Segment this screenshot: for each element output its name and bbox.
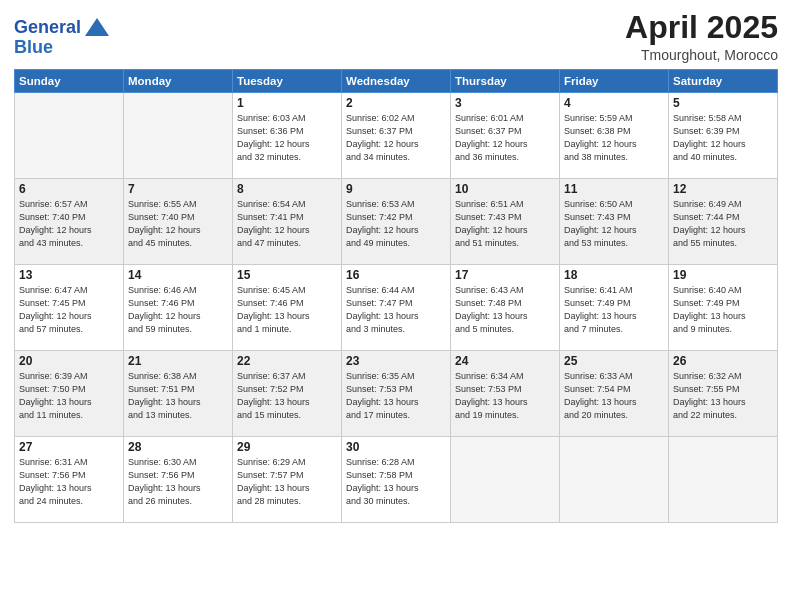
table-row <box>15 93 124 179</box>
day-number: 11 <box>564 182 664 196</box>
calendar-week-row: 13Sunrise: 6:47 AM Sunset: 7:45 PM Dayli… <box>15 265 778 351</box>
day-info: Sunrise: 6:35 AM Sunset: 7:53 PM Dayligh… <box>346 370 446 422</box>
day-number: 20 <box>19 354 119 368</box>
header: General Blue April 2025 Tmourghout, Moro… <box>14 10 778 63</box>
table-row: 6Sunrise: 6:57 AM Sunset: 7:40 PM Daylig… <box>15 179 124 265</box>
day-info: Sunrise: 6:02 AM Sunset: 6:37 PM Dayligh… <box>346 112 446 164</box>
day-number: 9 <box>346 182 446 196</box>
day-info: Sunrise: 6:53 AM Sunset: 7:42 PM Dayligh… <box>346 198 446 250</box>
table-row: 2Sunrise: 6:02 AM Sunset: 6:37 PM Daylig… <box>342 93 451 179</box>
col-thursday: Thursday <box>451 70 560 93</box>
table-row <box>124 93 233 179</box>
day-info: Sunrise: 6:29 AM Sunset: 7:57 PM Dayligh… <box>237 456 337 508</box>
day-number: 24 <box>455 354 555 368</box>
day-info: Sunrise: 6:41 AM Sunset: 7:49 PM Dayligh… <box>564 284 664 336</box>
day-number: 22 <box>237 354 337 368</box>
calendar-week-row: 1Sunrise: 6:03 AM Sunset: 6:36 PM Daylig… <box>15 93 778 179</box>
table-row <box>560 437 669 523</box>
table-row: 22Sunrise: 6:37 AM Sunset: 7:52 PM Dayli… <box>233 351 342 437</box>
day-info: Sunrise: 6:51 AM Sunset: 7:43 PM Dayligh… <box>455 198 555 250</box>
day-info: Sunrise: 6:45 AM Sunset: 7:46 PM Dayligh… <box>237 284 337 336</box>
day-number: 10 <box>455 182 555 196</box>
day-number: 27 <box>19 440 119 454</box>
day-info: Sunrise: 5:58 AM Sunset: 6:39 PM Dayligh… <box>673 112 773 164</box>
table-row: 21Sunrise: 6:38 AM Sunset: 7:51 PM Dayli… <box>124 351 233 437</box>
title-month: April 2025 <box>625 10 778 45</box>
day-info: Sunrise: 6:28 AM Sunset: 7:58 PM Dayligh… <box>346 456 446 508</box>
day-number: 3 <box>455 96 555 110</box>
day-number: 18 <box>564 268 664 282</box>
table-row: 7Sunrise: 6:55 AM Sunset: 7:40 PM Daylig… <box>124 179 233 265</box>
table-row: 15Sunrise: 6:45 AM Sunset: 7:46 PM Dayli… <box>233 265 342 351</box>
day-info: Sunrise: 6:49 AM Sunset: 7:44 PM Dayligh… <box>673 198 773 250</box>
table-row: 9Sunrise: 6:53 AM Sunset: 7:42 PM Daylig… <box>342 179 451 265</box>
logo: General Blue <box>14 14 111 58</box>
title-location: Tmourghout, Morocco <box>625 47 778 63</box>
day-info: Sunrise: 6:03 AM Sunset: 6:36 PM Dayligh… <box>237 112 337 164</box>
title-block: April 2025 Tmourghout, Morocco <box>625 10 778 63</box>
table-row: 10Sunrise: 6:51 AM Sunset: 7:43 PM Dayli… <box>451 179 560 265</box>
table-row: 1Sunrise: 6:03 AM Sunset: 6:36 PM Daylig… <box>233 93 342 179</box>
table-row: 3Sunrise: 6:01 AM Sunset: 6:37 PM Daylig… <box>451 93 560 179</box>
day-number: 14 <box>128 268 228 282</box>
day-number: 17 <box>455 268 555 282</box>
day-info: Sunrise: 6:54 AM Sunset: 7:41 PM Dayligh… <box>237 198 337 250</box>
day-number: 19 <box>673 268 773 282</box>
day-number: 7 <box>128 182 228 196</box>
day-number: 21 <box>128 354 228 368</box>
day-info: Sunrise: 6:39 AM Sunset: 7:50 PM Dayligh… <box>19 370 119 422</box>
table-row: 18Sunrise: 6:41 AM Sunset: 7:49 PM Dayli… <box>560 265 669 351</box>
day-info: Sunrise: 6:01 AM Sunset: 6:37 PM Dayligh… <box>455 112 555 164</box>
col-friday: Friday <box>560 70 669 93</box>
day-number: 30 <box>346 440 446 454</box>
day-number: 13 <box>19 268 119 282</box>
day-info: Sunrise: 6:47 AM Sunset: 7:45 PM Dayligh… <box>19 284 119 336</box>
day-number: 12 <box>673 182 773 196</box>
table-row: 16Sunrise: 6:44 AM Sunset: 7:47 PM Dayli… <box>342 265 451 351</box>
day-info: Sunrise: 6:33 AM Sunset: 7:54 PM Dayligh… <box>564 370 664 422</box>
table-row: 27Sunrise: 6:31 AM Sunset: 7:56 PM Dayli… <box>15 437 124 523</box>
calendar-week-row: 6Sunrise: 6:57 AM Sunset: 7:40 PM Daylig… <box>15 179 778 265</box>
table-row: 19Sunrise: 6:40 AM Sunset: 7:49 PM Dayli… <box>669 265 778 351</box>
table-row <box>451 437 560 523</box>
day-info: Sunrise: 6:44 AM Sunset: 7:47 PM Dayligh… <box>346 284 446 336</box>
day-info: Sunrise: 6:46 AM Sunset: 7:46 PM Dayligh… <box>128 284 228 336</box>
day-number: 23 <box>346 354 446 368</box>
day-info: Sunrise: 6:43 AM Sunset: 7:48 PM Dayligh… <box>455 284 555 336</box>
day-number: 29 <box>237 440 337 454</box>
table-row: 20Sunrise: 6:39 AM Sunset: 7:50 PM Dayli… <box>15 351 124 437</box>
day-info: Sunrise: 6:30 AM Sunset: 7:56 PM Dayligh… <box>128 456 228 508</box>
table-row: 30Sunrise: 6:28 AM Sunset: 7:58 PM Dayli… <box>342 437 451 523</box>
day-info: Sunrise: 6:40 AM Sunset: 7:49 PM Dayligh… <box>673 284 773 336</box>
table-row: 29Sunrise: 6:29 AM Sunset: 7:57 PM Dayli… <box>233 437 342 523</box>
col-monday: Monday <box>124 70 233 93</box>
col-sunday: Sunday <box>15 70 124 93</box>
table-row: 11Sunrise: 6:50 AM Sunset: 7:43 PM Dayli… <box>560 179 669 265</box>
table-row: 14Sunrise: 6:46 AM Sunset: 7:46 PM Dayli… <box>124 265 233 351</box>
day-number: 26 <box>673 354 773 368</box>
table-row: 12Sunrise: 6:49 AM Sunset: 7:44 PM Dayli… <box>669 179 778 265</box>
table-row: 23Sunrise: 6:35 AM Sunset: 7:53 PM Dayli… <box>342 351 451 437</box>
day-info: Sunrise: 6:32 AM Sunset: 7:55 PM Dayligh… <box>673 370 773 422</box>
day-number: 28 <box>128 440 228 454</box>
day-info: Sunrise: 6:50 AM Sunset: 7:43 PM Dayligh… <box>564 198 664 250</box>
day-info: Sunrise: 6:57 AM Sunset: 7:40 PM Dayligh… <box>19 198 119 250</box>
table-row <box>669 437 778 523</box>
day-info: Sunrise: 6:31 AM Sunset: 7:56 PM Dayligh… <box>19 456 119 508</box>
day-number: 15 <box>237 268 337 282</box>
day-number: 25 <box>564 354 664 368</box>
table-row: 24Sunrise: 6:34 AM Sunset: 7:53 PM Dayli… <box>451 351 560 437</box>
day-number: 2 <box>346 96 446 110</box>
table-row: 25Sunrise: 6:33 AM Sunset: 7:54 PM Dayli… <box>560 351 669 437</box>
table-row: 17Sunrise: 6:43 AM Sunset: 7:48 PM Dayli… <box>451 265 560 351</box>
logo-text-blue: Blue <box>14 38 53 58</box>
calendar-header-row: Sunday Monday Tuesday Wednesday Thursday… <box>15 70 778 93</box>
day-info: Sunrise: 5:59 AM Sunset: 6:38 PM Dayligh… <box>564 112 664 164</box>
page: General Blue April 2025 Tmourghout, Moro… <box>0 0 792 612</box>
col-saturday: Saturday <box>669 70 778 93</box>
calendar-table: Sunday Monday Tuesday Wednesday Thursday… <box>14 69 778 523</box>
day-info: Sunrise: 6:55 AM Sunset: 7:40 PM Dayligh… <box>128 198 228 250</box>
col-wednesday: Wednesday <box>342 70 451 93</box>
day-number: 16 <box>346 268 446 282</box>
table-row: 13Sunrise: 6:47 AM Sunset: 7:45 PM Dayli… <box>15 265 124 351</box>
